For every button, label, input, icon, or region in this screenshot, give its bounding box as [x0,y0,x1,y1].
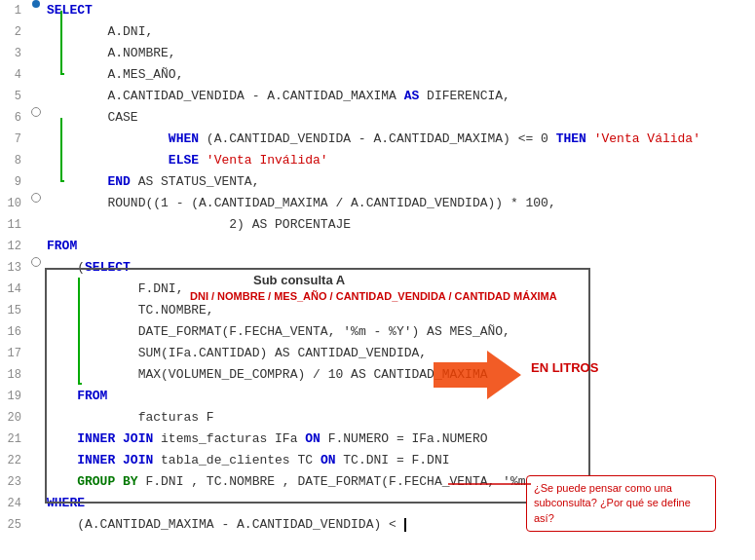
line-number: 5 [0,86,27,107]
code-editor: 1SELECT2 A.DNI,3 A.NOMBRE,4 A.MES_AÑO,5 … [0,0,755,560]
line-content: DATE_FORMAT(F.FECHA_VENTA, '%m - %Y') AS… [45,321,755,343]
line-3: 3 A.NOMBRE, [0,43,755,64]
line-14: 14 F.DNI, [0,279,755,300]
line-number: 16 [0,321,27,343]
line-content: FROM [45,386,755,407]
line-number: 19 [0,386,27,407]
token-kw: SELECT [47,3,93,18]
line-number: 21 [0,429,27,450]
line-number: 20 [0,407,27,429]
line-content: A.MES_AÑO, [45,64,755,86]
circle-marker [27,193,45,203]
token-col: A.MES_AÑO, [107,67,183,82]
line-17: 17 SUM(IFa.CANTIDAD) AS CANTIDAD_VENDIDA… [0,343,755,364]
token-col: F.DNI , TC.NOMBRE , DATE_FORMAT(F.FECHA_… [145,474,601,489]
circle-marker [27,107,45,117]
line-10: 10 ROUND((1 - (A.CANTIDAD_MAXIMA / A.CAN… [0,193,755,214]
line-content: A.DNI, [45,21,755,43]
line-content: MAX(VOLUMEN_DE_COMPRA) / 10 AS CANTIDAD_… [45,364,755,386]
line-24: 24WHERE [0,493,755,514]
line-number: 3 [0,43,27,64]
line-number: 13 [0,257,27,279]
line-content: END AS STATUS_VENTA, [45,171,755,193]
line-11: 11 2) AS PORCENTAJE [0,214,755,236]
line-20: 20 facturas F [0,407,755,429]
line-number: 10 [0,193,27,214]
token-col: TC.DNI = F.DNI [343,453,449,467]
line-number: 12 [0,236,27,257]
line-content: ROUND((1 - (A.CANTIDAD_MAXIMA / A.CANTID… [45,193,755,214]
line-15: 15 TC.NOMBRE, [0,300,755,321]
token-col: A.DNI, [107,24,153,39]
token-kw: THEN [556,131,594,146]
token-col: tabla_de_clientes TC [161,453,321,467]
line-content: CASE [45,107,755,129]
line-content: A.CANTIDAD_VENDIDA - A.CANTIDAD_MAXIMA A… [45,86,755,107]
token-col: ( [77,260,85,275]
line-content: A.NOMBRE, [45,43,755,64]
text-cursor [404,518,406,532]
line-number: 22 [0,450,27,471]
token-col: (A.CANTIDAD_VENDIDA - A.CANTIDAD_MAXIMA)… [207,131,556,146]
line-number: 15 [0,300,27,321]
token-col: facturas F [138,410,214,425]
line-1: 1SELECT [0,0,755,21]
line-number: 4 [0,64,27,86]
line-content: SELECT [45,0,755,21]
line-content: FROM [45,236,755,257]
token-fn: ROUND [107,196,145,210]
line-5: 5 A.CANTIDAD_VENDIDA - A.CANTIDAD_MAXIMA… [0,86,755,107]
line-number: 18 [0,364,27,386]
line-12: 12FROM [0,236,755,257]
line-7: 7 WHEN (A.CANTIDAD_VENDIDA - A.CANTIDAD_… [0,129,755,150]
token-col: (IFa.CANTIDAD) [161,346,275,360]
token-col: ((1 - (A.CANTIDAD_MAXIMA / A.CANTIDAD_VE… [145,196,555,210]
breakpoint-dot [27,0,45,8]
line-number: 23 [0,471,27,493]
token-col: AS CANTIDAD_MAXIMA [351,367,487,382]
line-content: facturas F [45,407,755,429]
line-6: 6 CASE [0,107,755,129]
token-kw: WHERE [47,496,85,510]
token-col: (F.FECHA_VENTA, '%m - %Y') [221,324,427,339]
line-number: 8 [0,150,27,171]
token-kw: ELSE [169,153,207,168]
line-number: 9 [0,171,27,193]
line-21: 21 INNER JOIN items_facturas IFa ON F.NU… [0,429,755,450]
line-4: 4 A.MES_AÑO, [0,64,755,86]
line-25: 25 (A.CANTIDAD_MAXIMA - A.CANTIDAD_VENDI… [0,514,755,536]
token-col: A.NOMBRE, [107,46,175,60]
token-fn: MAX [138,367,161,382]
line-number: 6 [0,107,27,129]
line-content: TC.NOMBRE, [45,300,755,321]
line-content: (SELECT [45,257,755,279]
line-content: (A.CANTIDAD_MAXIMA - A.CANTIDAD_VENDIDA)… [45,514,755,536]
token-str: 'Venta Válida' [594,131,700,146]
token-str: 'Venta Inválida' [207,153,328,168]
token-fn: SUM [138,346,161,360]
line-number: 14 [0,279,27,300]
token-col: AS STATUS_VENTA, [138,174,260,189]
line-number: 11 [0,214,27,236]
line-8: 8 ELSE 'Venta Inválida' [0,150,755,171]
line-content: SUM(IFa.CANTIDAD) AS CANTIDAD_VENDIDA, [45,343,755,364]
circle-marker [27,257,45,267]
token-col: F.NUMERO = IFa.NUMERO [328,431,488,446]
token-kw2: GROUP BY [77,474,145,489]
line-content: WHERE [45,493,755,514]
token-kw: ON [321,453,343,467]
line-number: 7 [0,129,27,150]
token-col: (VOLUMEN_DE_COMPRA) / 10 [161,367,351,382]
line-18: 18 MAX(VOLUMEN_DE_COMPRA) / 10 AS CANTID… [0,364,755,386]
token-kw: INNER JOIN [77,431,161,446]
line-content: WHEN (A.CANTIDAD_VENDIDA - A.CANTIDAD_MA… [45,129,755,150]
line-content: GROUP BY F.DNI , TC.NOMBRE , DATE_FORMAT… [45,471,755,493]
token-col: A.CANTIDAD_VENDIDA - A.CANTIDAD_MAXIMA [107,89,403,103]
line-13: 13 (SELECT [0,257,755,279]
token-kw: END [107,174,137,189]
token-kw: SELECT [85,260,131,275]
token-col: TC.NOMBRE, [138,303,214,317]
line-22: 22 INNER JOIN tabla_de_clientes TC ON TC… [0,450,755,471]
line-content: 2) AS PORCENTAJE [45,214,755,236]
line-19: 19 FROM [0,386,755,407]
